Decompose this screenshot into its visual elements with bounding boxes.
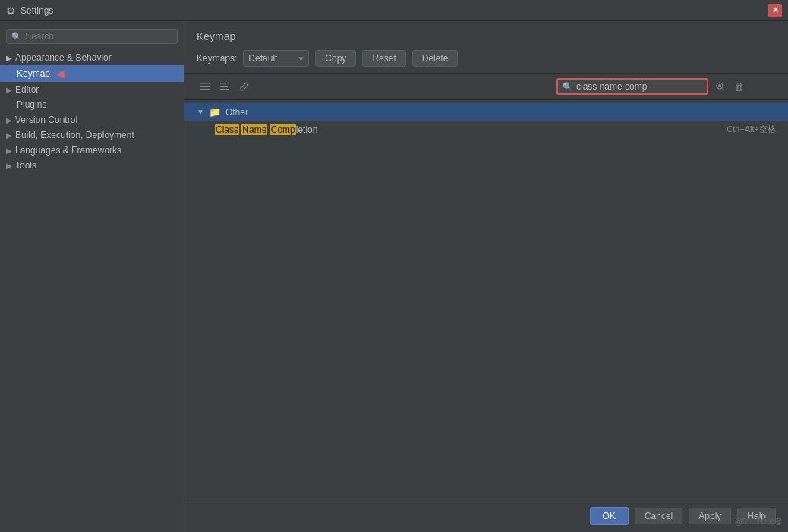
window-title: Settings [20,5,764,16]
indicator-arrow-icon: ◀ [56,68,65,80]
keymap-select[interactable]: Default Mac OS X Eclipse NetBeans [243,50,309,67]
sidebar-item-plugins[interactable]: Plugins [0,97,184,112]
expand-arrow-icon: ▶ [6,116,12,124]
highlight-name: Name [241,124,267,135]
svg-line-8 [723,89,725,91]
sidebar-item-editor[interactable]: ▶ Editor [0,82,184,97]
text-letion: letion [296,124,318,135]
svg-rect-0 [200,83,210,84]
collapse-all-icon[interactable] [216,78,233,95]
window-icon: ⚙ [6,5,16,17]
delete-shortcut-icon[interactable]: 🗑 [731,79,746,94]
svg-rect-2 [200,89,210,90]
search-magnifier-icon: 🔍 [563,82,573,92]
sidebar: 🔍 ▶ Appearance & Behavior Keymap ◀ ▶ Edi… [0,21,184,532]
svg-rect-1 [200,86,210,87]
apply-button[interactable]: Apply [689,508,731,524]
sidebar-item-label: Keymap [17,68,50,79]
expand-arrow-icon: ▶ [6,131,12,140]
search-field-right[interactable]: 🔍 [556,78,708,95]
tree-group-other[interactable]: ▼ 📁 Other [184,103,788,121]
tree-area: ▼ 📁 Other Class Name Completion Ctrl+Alt… [184,100,788,499]
folder-icon: 📁 [209,106,221,118]
content-area: Keymap Keymaps: Default Mac OS X Eclipse… [184,21,788,532]
svg-point-7 [718,84,721,87]
tree-group-label: Other [225,107,248,118]
sidebar-item-keymap[interactable]: Keymap ◀ [0,65,184,82]
sidebar-item-label: Plugins [17,99,46,110]
sidebar-item-languages[interactable]: ▶ Languages & Frameworks [0,143,184,158]
copy-button[interactable]: Copy [315,50,356,67]
sidebar-item-label: Build, Execution, Deployment [15,130,134,140]
action-toolbar: 🔍 ✕ 🗑 [184,74,788,100]
sidebar-item-label: Tools [15,160,36,171]
highlight-comp: Comp [270,124,296,135]
sidebar-item-appearance[interactable]: ▶ Appearance & Behavior [0,50,184,65]
main-container: 🔍 ▶ Appearance & Behavior Keymap ◀ ▶ Edi… [0,21,788,532]
content-header: Keymap Keymaps: Default Mac OS X Eclipse… [184,21,788,74]
sidebar-item-version-control[interactable]: ▶ Version Control [0,112,184,127]
sidebar-item-label: Version Control [15,115,77,125]
keymap-select-wrapper[interactable]: Default Mac OS X Eclipse NetBeans ▼ [243,50,309,67]
keymap-toolbar: Keymaps: Default Mac OS X Eclipse NetBea… [197,50,776,67]
delete-button[interactable]: Delete [412,50,459,67]
tree-expand-icon: ▼ [197,108,204,116]
expand-arrow-icon: ▶ [6,162,12,170]
title-bar: ⚙ Settings ✕ [0,0,788,21]
bottom-bar: OK Cancel Apply Help [184,499,788,532]
search-icon: 🔍 [11,32,22,42]
sidebar-item-build[interactable]: ▶ Build, Execution, Deployment [0,127,184,143]
svg-rect-5 [220,89,229,90]
sidebar-item-label: Appearance & Behavior [15,52,112,63]
tree-item-name: Class Name Completion [215,124,727,135]
tree-item[interactable]: Class Name Completion Ctrl+Alt+空格 [184,121,788,138]
sidebar-item-label: Languages & Frameworks [15,145,121,156]
keymap-search-input[interactable] [576,81,702,92]
find-usages-icon[interactable] [713,79,728,94]
expand-arrow-icon: ▶ [6,86,12,94]
highlight-class: Class [215,124,239,135]
help-button[interactable]: Help [737,508,776,524]
tree-item-shortcut: Ctrl+Alt+空格 [727,124,776,135]
close-button[interactable]: ✕ [768,4,782,17]
svg-rect-3 [220,83,226,84]
sidebar-search-box[interactable]: 🔍 [6,29,178,44]
cancel-button[interactable]: Cancel [635,508,682,524]
page-title: Keymap [197,30,776,42]
reset-button[interactable]: Reset [362,50,405,67]
edit-icon[interactable] [236,78,253,95]
sidebar-item-label: Editor [15,84,39,95]
ok-button[interactable]: OK [590,507,629,525]
expand-all-icon[interactable] [197,78,213,95]
expand-arrow-icon: ▶ [6,146,12,155]
sidebar-item-tools[interactable]: ▶ Tools [0,158,184,173]
expand-arrow-icon: ▶ [6,54,12,62]
sidebar-search-input[interactable] [25,31,172,42]
svg-rect-4 [220,86,228,87]
search-area-right: 🔍 ✕ 🗑 [695,79,746,94]
keymaps-label: Keymaps: [197,53,237,64]
